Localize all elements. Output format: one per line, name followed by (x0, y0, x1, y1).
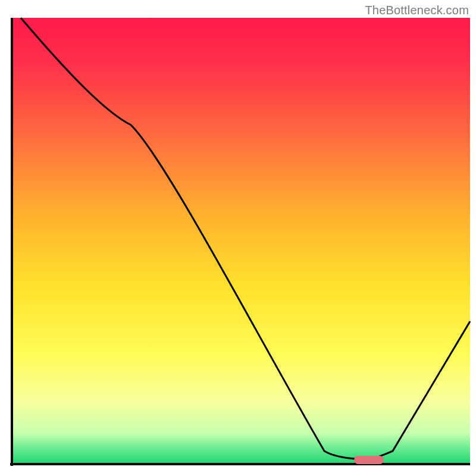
watermark-text: TheBottleneck.com (365, 4, 469, 17)
chart-container: TheBottleneck.com (0, 0, 476, 476)
bottleneck-chart (0, 0, 476, 476)
optimal-marker (354, 456, 384, 464)
